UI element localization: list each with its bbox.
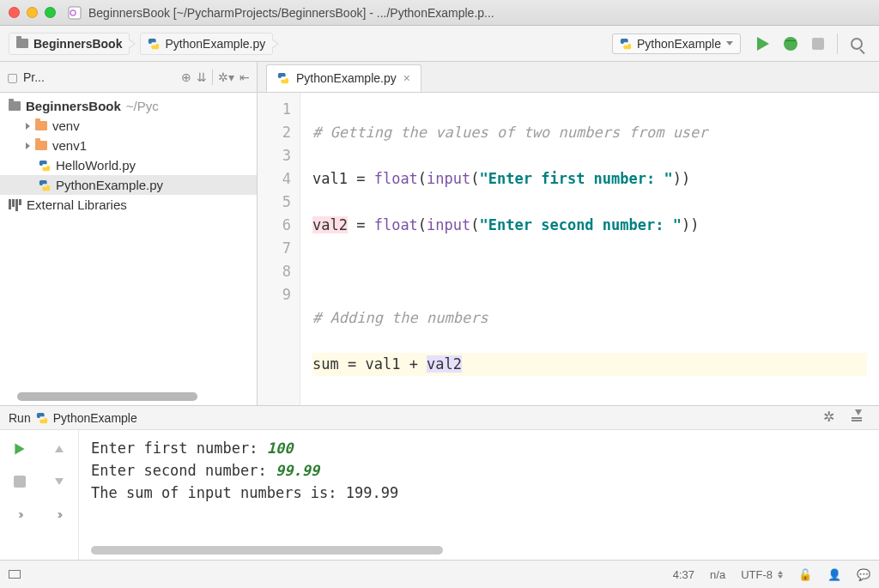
navigation-toolbar: BeginnersBook PythonExample.py PythonExa… xyxy=(0,26,879,62)
stop-icon xyxy=(812,38,824,50)
run-panel-label: Run xyxy=(9,411,31,425)
python-file-icon xyxy=(148,38,160,50)
run-panel-config-name: PythonExample xyxy=(53,411,137,425)
tree-item-label: HelloWorld.py xyxy=(56,158,136,173)
minimize-window-button[interactable] xyxy=(27,7,38,18)
python-file-icon xyxy=(39,160,51,172)
settings-icon[interactable]: ✲▾ xyxy=(218,70,234,84)
line-gutter: 123456789 xyxy=(258,93,300,405)
chevron-down-icon xyxy=(726,41,733,45)
tree-item-venv[interactable]: venv xyxy=(0,116,257,136)
console-output[interactable]: Enter first number: 100 Enter second num… xyxy=(79,430,879,560)
tree-item-label: External Libraries xyxy=(27,197,127,212)
folder-icon xyxy=(9,101,21,111)
expand-arrow-icon[interactable] xyxy=(26,142,30,149)
run-body: ›› ›› Enter first number: 100 Enter seco… xyxy=(0,430,879,560)
project-view-icon[interactable]: ▢ xyxy=(7,70,18,84)
horizontal-scrollbar[interactable] xyxy=(17,392,197,401)
tree-item-label: venv1 xyxy=(52,138,87,153)
window-title: BeginnersBook [~/PycharmProjects/Beginne… xyxy=(88,6,494,20)
double-chevron-icon: ›› xyxy=(58,507,60,521)
arrow-up-icon xyxy=(55,446,64,452)
folder-icon xyxy=(16,39,28,48)
tree-root-path: ~/Pyc xyxy=(126,99,159,113)
file-encoding[interactable]: UTF-8 xyxy=(741,568,783,581)
console-scrollbar[interactable] xyxy=(91,546,443,555)
feedback-icon[interactable]: 💬 xyxy=(857,568,870,581)
project-tool-window: ▢ Pr... ⊕ ⇊ ✲▾ ⇤ BeginnersBook ~/Pyc ven… xyxy=(0,62,258,405)
tree-external-libraries[interactable]: External Libraries xyxy=(0,195,257,215)
tree-item-label: PythonExample.py xyxy=(56,178,163,192)
breadcrumb-file[interactable]: PythonExample.py xyxy=(140,33,273,55)
traffic-lights xyxy=(9,7,56,18)
python-file-icon xyxy=(39,179,51,191)
run-settings-button[interactable] xyxy=(824,412,836,424)
scroll-up-button[interactable] xyxy=(47,437,71,461)
python-file-icon xyxy=(277,72,289,84)
python-file-icon xyxy=(620,38,632,50)
search-button[interactable] xyxy=(845,32,869,56)
collapse-all-icon[interactable]: ⇊ xyxy=(197,70,207,84)
editor-tab-pythonexample[interactable]: PythonExample.py × xyxy=(266,64,421,92)
code-content[interactable]: # Getting the values of two numbers from… xyxy=(300,93,879,405)
run-controls-left: ›› xyxy=(0,430,39,560)
editor-area: PythonExample.py × 123456789 # Getting t… xyxy=(258,62,879,405)
editor-tabs: PythonExample.py × xyxy=(258,62,879,93)
close-window-button[interactable] xyxy=(9,7,20,18)
arrow-down-icon xyxy=(55,478,64,485)
run-tool-window: Run PythonExample ›› ›› Enter first numb… xyxy=(0,405,879,560)
project-pane-title: Pr... xyxy=(23,70,176,84)
tree-item-venv1[interactable]: venv1 xyxy=(0,136,257,155)
status-bar: 4:37 n/a UTF-8 🔓 👤 💬 xyxy=(0,560,879,588)
breadcrumb-root-label: BeginnersBook xyxy=(33,37,122,51)
scroll-down-button[interactable] xyxy=(47,470,71,494)
debug-button[interactable] xyxy=(779,32,803,56)
project-tree[interactable]: BeginnersBook ~/Pyc venv venv1 HelloWorl… xyxy=(0,93,257,218)
toggle-panels-icon[interactable] xyxy=(9,570,21,579)
download-icon xyxy=(852,417,862,419)
pycharm-app-icon xyxy=(68,6,82,20)
caret-position[interactable]: 4:37 xyxy=(673,568,694,581)
window-titlebar: BeginnersBook [~/PycharmProjects/Beginne… xyxy=(0,0,879,26)
run-button[interactable] xyxy=(751,32,775,56)
tree-item-pythonexample[interactable]: PythonExample.py xyxy=(0,175,257,195)
play-icon xyxy=(15,444,24,455)
stop-run-button xyxy=(8,470,32,494)
export-button[interactable] xyxy=(845,406,869,430)
python-file-icon xyxy=(36,412,48,424)
maximize-window-button[interactable] xyxy=(45,7,56,18)
folder-icon xyxy=(35,141,47,150)
project-pane-header: ▢ Pr... ⊕ ⇊ ✲▾ ⇤ xyxy=(0,62,257,93)
double-chevron-icon: ›› xyxy=(18,507,21,521)
read-only-toggle[interactable]: 🔓 xyxy=(798,568,812,581)
tree-root[interactable]: BeginnersBook ~/Pyc xyxy=(0,96,257,116)
editor-tab-label: PythonExample.py xyxy=(296,71,397,85)
more-button[interactable]: ›› xyxy=(8,502,32,526)
bug-icon xyxy=(784,37,797,51)
breadcrumb-root[interactable]: BeginnersBook xyxy=(9,33,130,55)
inspector-icon[interactable]: 👤 xyxy=(827,568,841,581)
stop-icon xyxy=(14,476,26,488)
folder-icon xyxy=(35,121,47,130)
scroll-from-source-icon[interactable]: ⊕ xyxy=(181,70,191,84)
libraries-icon xyxy=(9,199,21,211)
run-controls-right: ›› xyxy=(39,430,79,560)
expand-arrow-icon[interactable] xyxy=(26,123,30,130)
main-area: ▢ Pr... ⊕ ⇊ ✲▾ ⇤ BeginnersBook ~/Pyc ven… xyxy=(0,62,879,405)
tree-item-helloworld[interactable]: HelloWorld.py xyxy=(0,155,257,175)
search-icon xyxy=(851,38,863,50)
run-config-label: PythonExample xyxy=(637,37,721,51)
stop-button xyxy=(806,32,830,56)
tree-root-name: BeginnersBook xyxy=(26,99,121,113)
line-separator[interactable]: n/a xyxy=(710,568,725,581)
breadcrumb: BeginnersBook PythonExample.py xyxy=(9,33,612,55)
breadcrumb-file-label: PythonExample.py xyxy=(165,37,265,51)
close-tab-icon[interactable]: × xyxy=(403,71,410,85)
rerun-button[interactable] xyxy=(8,437,32,461)
hide-icon[interactable]: ⇤ xyxy=(239,70,250,84)
run-configuration-selector[interactable]: PythonExample xyxy=(612,33,741,54)
more-button[interactable]: ›› xyxy=(47,502,71,526)
play-icon xyxy=(757,37,769,51)
tree-item-label: venv xyxy=(52,118,80,133)
code-editor[interactable]: 123456789 # Getting the values of two nu… xyxy=(258,93,879,405)
